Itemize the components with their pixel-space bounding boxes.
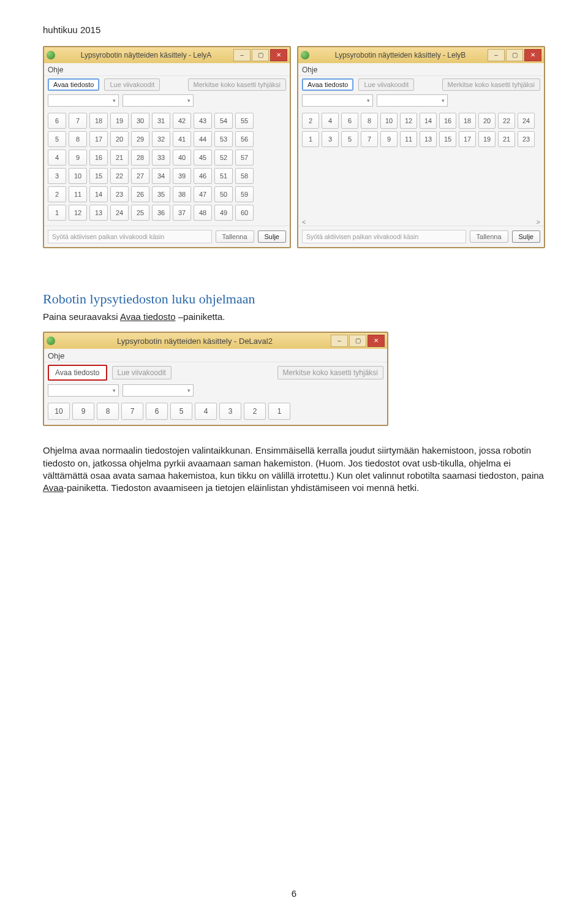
sulje-button[interactable]: Sulje xyxy=(258,230,286,243)
grid-cell[interactable]: 51 xyxy=(214,168,233,184)
grid-cell[interactable]: 29 xyxy=(131,131,149,147)
grid-cell[interactable]: 15 xyxy=(439,131,456,147)
grid-cell[interactable]: 21 xyxy=(110,150,129,166)
grid-cell[interactable]: 5 xyxy=(48,131,66,147)
avaa-tiedosto-button-highlighted[interactable]: Avaa tiedosto xyxy=(48,365,107,381)
grid-cell[interactable]: 9 xyxy=(380,131,398,147)
menu-ohje[interactable]: Ohje xyxy=(298,63,544,76)
grid-cell[interactable]: 9 xyxy=(72,403,94,420)
grid-cell[interactable]: 7 xyxy=(69,113,87,129)
grid-cell[interactable]: 56 xyxy=(235,131,254,147)
grid-cell[interactable]: 46 xyxy=(194,168,212,184)
grid-cell[interactable]: 39 xyxy=(173,168,191,184)
grid-cell[interactable]: 3 xyxy=(48,168,66,184)
grid-cell[interactable]: 47 xyxy=(194,186,212,202)
grid-cell[interactable]: 49 xyxy=(214,205,233,221)
grid-cell[interactable]: 52 xyxy=(214,150,233,166)
grid-cell[interactable]: 4 xyxy=(195,403,217,420)
grid-cell[interactable]: 21 xyxy=(498,131,515,147)
merkitse-tyhjaksi-button[interactable]: Merkitse koko kasetti tyhjäksi xyxy=(188,78,286,91)
maximize-button[interactable]: ▢ xyxy=(506,49,523,61)
minimize-button[interactable]: – xyxy=(488,49,505,61)
grid-cell[interactable]: 10 xyxy=(48,403,70,420)
grid-cell[interactable]: 30 xyxy=(131,113,149,129)
grid-cell[interactable]: 22 xyxy=(110,168,129,184)
grid-cell[interactable]: 6 xyxy=(146,403,168,420)
lue-viivakoodit-button[interactable]: Lue viivakoodit xyxy=(358,78,414,91)
grid-cell[interactable]: 9 xyxy=(69,150,87,166)
minimize-button[interactable]: – xyxy=(331,335,348,347)
grid-cell[interactable]: 3 xyxy=(322,131,339,147)
grid-cell[interactable]: 5 xyxy=(341,131,358,147)
grid-cell[interactable]: 4 xyxy=(322,113,339,129)
close-button[interactable]: ✕ xyxy=(270,49,287,61)
merkitse-tyhjaksi-button[interactable]: Merkitse koko kasetti tyhjäksi xyxy=(277,366,383,379)
grid-cell[interactable]: 26 xyxy=(131,186,149,202)
grid-cell[interactable]: 22 xyxy=(498,113,515,129)
grid-cell[interactable]: 40 xyxy=(173,150,191,166)
grid-cell[interactable]: 57 xyxy=(235,150,254,166)
avaa-tiedosto-button[interactable]: Avaa tiedosto xyxy=(48,78,99,91)
grid-cell[interactable]: 23 xyxy=(110,186,129,202)
menu-ohje[interactable]: Ohje xyxy=(44,63,290,76)
grid-cell[interactable]: 1 xyxy=(268,403,290,420)
grid-cell[interactable]: 34 xyxy=(152,168,170,184)
grid-cell[interactable]: 12 xyxy=(69,205,87,221)
dropdown-2[interactable]: ▾ xyxy=(123,94,194,107)
grid-cell[interactable]: 5 xyxy=(170,403,192,420)
dropdown-2[interactable]: ▾ xyxy=(377,94,448,107)
menu-ohje[interactable]: Ohje xyxy=(44,349,387,362)
grid-cell[interactable]: 6 xyxy=(341,113,358,129)
dropdown-1[interactable]: ▾ xyxy=(48,384,119,397)
grid-cell[interactable]: 17 xyxy=(89,131,108,147)
grid-cell[interactable]: 44 xyxy=(194,131,212,147)
maximize-button[interactable]: ▢ xyxy=(252,49,269,61)
close-button[interactable]: ✕ xyxy=(368,335,385,347)
grid-cell[interactable]: 7 xyxy=(121,403,143,420)
dropdown-1[interactable]: ▾ xyxy=(302,94,373,107)
grid-cell[interactable]: 25 xyxy=(131,205,149,221)
grid-cell[interactable]: 38 xyxy=(173,186,191,202)
tallenna-button[interactable]: Tallenna xyxy=(216,230,254,243)
grid-cell[interactable]: 19 xyxy=(110,113,129,129)
grid-cell[interactable]: 4 xyxy=(48,150,66,166)
sulje-button[interactable]: Sulje xyxy=(512,230,540,243)
merkitse-tyhjaksi-button[interactable]: Merkitse koko kasetti tyhjäksi xyxy=(442,78,540,91)
grid-cell[interactable]: 11 xyxy=(69,186,87,202)
grid-cell[interactable]: 2 xyxy=(302,113,319,129)
grid-cell[interactable]: 8 xyxy=(361,113,378,129)
grid-cell[interactable]: 48 xyxy=(194,205,212,221)
grid-cell[interactable]: 42 xyxy=(173,113,191,129)
grid-cell[interactable]: 35 xyxy=(152,186,170,202)
grid-cell[interactable]: 1 xyxy=(48,205,66,221)
grid-cell[interactable]: 45 xyxy=(194,150,212,166)
grid-cell[interactable]: 20 xyxy=(478,113,496,129)
grid-cell[interactable]: 43 xyxy=(194,113,212,129)
grid-cell[interactable]: 13 xyxy=(89,205,108,221)
grid-cell[interactable]: 55 xyxy=(235,113,254,129)
grid-cell[interactable]: 20 xyxy=(110,131,129,147)
grid-cell[interactable]: 15 xyxy=(89,168,108,184)
grid-cell[interactable]: 31 xyxy=(152,113,170,129)
barcode-input[interactable]: Syötä aktiivisen paikan viivakoodi käsin xyxy=(302,230,466,243)
scroll-left-icon[interactable]: < xyxy=(302,218,306,226)
grid-cell[interactable]: 36 xyxy=(152,205,170,221)
grid-cell[interactable]: 8 xyxy=(97,403,119,420)
grid-cell[interactable]: 23 xyxy=(518,131,535,147)
barcode-input[interactable]: Syötä aktiivisen paikan viivakoodi käsin xyxy=(48,230,212,243)
grid-cell[interactable]: 8 xyxy=(69,131,87,147)
grid-cell[interactable]: 12 xyxy=(400,113,417,129)
grid-cell[interactable]: 37 xyxy=(173,205,191,221)
maximize-button[interactable]: ▢ xyxy=(349,335,366,347)
grid-cell[interactable]: 3 xyxy=(219,403,241,420)
grid-cell[interactable]: 41 xyxy=(173,131,191,147)
grid-cell[interactable]: 2 xyxy=(48,186,66,202)
avaa-tiedosto-button[interactable]: Avaa tiedosto xyxy=(302,78,353,91)
grid-cell[interactable]: 1 xyxy=(302,131,319,147)
lue-viivakoodit-button[interactable]: Lue viivakoodit xyxy=(112,366,172,379)
grid-cell[interactable]: 18 xyxy=(459,113,476,129)
dropdown-2[interactable]: ▾ xyxy=(123,384,194,397)
grid-cell[interactable]: 32 xyxy=(152,131,170,147)
grid-cell[interactable]: 14 xyxy=(89,186,108,202)
grid-cell[interactable]: 6 xyxy=(48,113,66,129)
